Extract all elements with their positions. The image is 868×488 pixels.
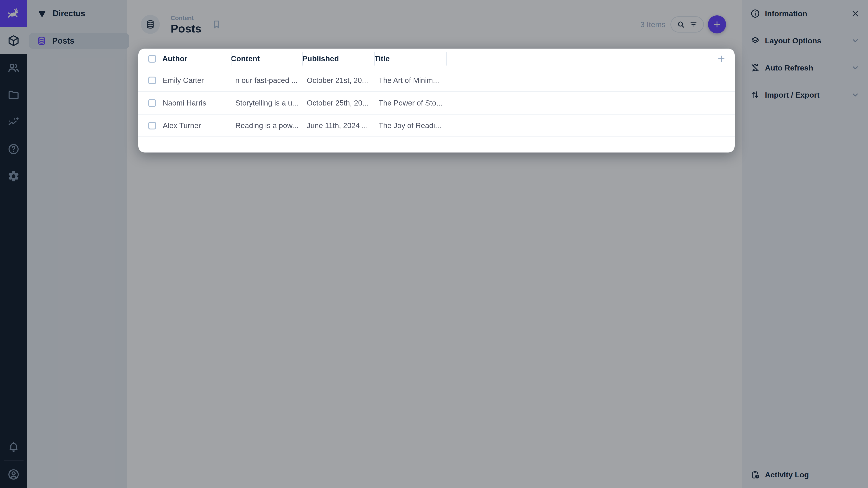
table-header-row: Author Content Published Title	[138, 48, 735, 69]
column-header-title[interactable]: Title	[374, 48, 446, 69]
column-header-published[interactable]: Published	[302, 48, 374, 69]
row-checkbox[interactable]	[148, 122, 156, 129]
add-column-button[interactable]	[717, 54, 726, 64]
table-row[interactable]: Emily Carter n our fast-paced ... Octobe…	[138, 69, 735, 92]
column-header-content[interactable]: Content	[231, 48, 302, 69]
column-header-author[interactable]: Author	[162, 48, 231, 69]
table-row[interactable]: Naomi Harris Storytelling is a u... Octo…	[138, 92, 735, 115]
cell-published: June 11th, 2024 ...	[302, 121, 374, 130]
table-row[interactable]: Alex Turner Reading is a pow... June 11t…	[138, 115, 735, 137]
cell-author: Alex Turner	[162, 121, 231, 130]
cell-author: Naomi Harris	[162, 99, 231, 107]
cell-published: October 25th, 20...	[302, 99, 374, 107]
plus-icon	[717, 54, 726, 64]
cell-content: Storytelling is a u...	[231, 99, 302, 107]
cell-author: Emily Carter	[162, 76, 231, 85]
row-checkbox[interactable]	[148, 76, 156, 84]
cell-content: n our fast-paced ...	[231, 76, 302, 85]
cell-published: October 21st, 20...	[302, 76, 374, 85]
select-all-checkbox[interactable]	[148, 55, 156, 63]
cell-title: The Power of Sto...	[374, 99, 446, 107]
cell-title: The Joy of Readi...	[374, 121, 446, 130]
items-table: Author Content Published Title Emily Car…	[138, 48, 735, 153]
cell-title: The Art of Minim...	[374, 76, 446, 85]
cell-content: Reading is a pow...	[231, 121, 302, 130]
row-checkbox[interactable]	[148, 99, 156, 107]
